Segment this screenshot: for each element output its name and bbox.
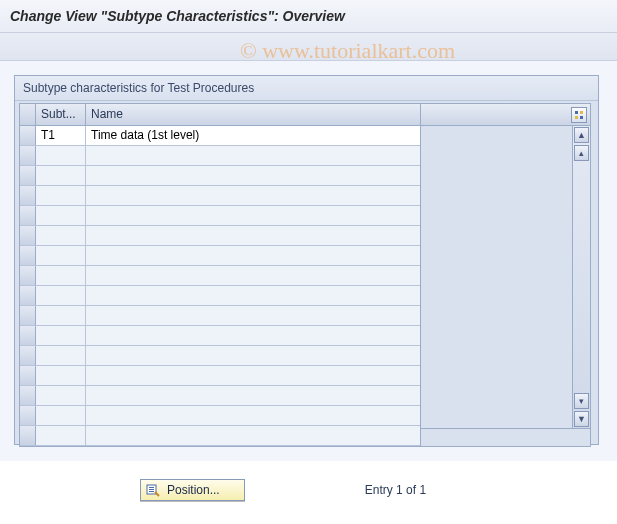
row-selector[interactable] <box>20 346 36 365</box>
svg-rect-6 <box>149 489 154 490</box>
table-row[interactable] <box>20 386 420 406</box>
row-selector[interactable] <box>20 306 36 325</box>
cell-name[interactable] <box>86 186 420 205</box>
table-row[interactable] <box>20 186 420 206</box>
cell-subtype[interactable] <box>36 186 86 205</box>
cell-name[interactable] <box>86 286 420 305</box>
col-select-all[interactable] <box>20 104 36 125</box>
table-right-gutter: ▲ ▴ ▾ ▼ <box>421 103 591 447</box>
table-row[interactable] <box>20 426 420 446</box>
cell-name[interactable] <box>86 406 420 425</box>
cell-name[interactable] <box>86 206 420 225</box>
work-area: Subtype characteristics for Test Procedu… <box>0 61 617 461</box>
table-row[interactable] <box>20 366 420 386</box>
cell-subtype[interactable] <box>36 166 86 185</box>
cell-name[interactable] <box>86 146 420 165</box>
col-header-name[interactable]: Name <box>86 104 420 125</box>
table-body: T1Time data (1st level) <box>20 126 420 446</box>
cell-name[interactable] <box>86 246 420 265</box>
position-button[interactable]: Position... <box>140 479 245 501</box>
col-header-subtype[interactable]: Subt... <box>36 104 86 125</box>
row-selector[interactable] <box>20 366 36 385</box>
scroll-down-step-icon[interactable]: ▾ <box>574 393 589 409</box>
scrollbar-track[interactable] <box>573 162 590 392</box>
position-icon <box>145 482 161 498</box>
cell-name[interactable] <box>86 366 420 385</box>
row-selector[interactable] <box>20 406 36 425</box>
cell-subtype[interactable] <box>36 146 86 165</box>
svg-rect-3 <box>580 116 583 119</box>
scroll-down-icon[interactable]: ▼ <box>574 411 589 427</box>
cell-subtype[interactable] <box>36 386 86 405</box>
cell-name[interactable] <box>86 306 420 325</box>
row-selector[interactable] <box>20 426 36 445</box>
svg-rect-5 <box>149 487 154 488</box>
application-toolbar <box>0 33 617 61</box>
row-selector[interactable] <box>20 386 36 405</box>
svg-rect-7 <box>149 491 154 492</box>
row-selector[interactable] <box>20 326 36 345</box>
row-selector[interactable] <box>20 246 36 265</box>
vertical-scrollbar[interactable]: ▲ ▴ ▾ ▼ <box>572 126 590 428</box>
cell-subtype[interactable] <box>36 206 86 225</box>
cell-subtype[interactable] <box>36 246 86 265</box>
cell-subtype[interactable] <box>36 406 86 425</box>
svg-rect-1 <box>580 111 583 114</box>
table-row[interactable] <box>20 246 420 266</box>
row-selector[interactable] <box>20 226 36 245</box>
scroll-up-icon[interactable]: ▲ <box>574 127 589 143</box>
row-selector[interactable] <box>20 186 36 205</box>
cell-name[interactable] <box>86 326 420 345</box>
svg-rect-2 <box>575 116 578 119</box>
cell-subtype[interactable] <box>36 266 86 285</box>
table-row[interactable] <box>20 146 420 166</box>
table-row[interactable]: T1Time data (1st level) <box>20 126 420 146</box>
cell-name[interactable] <box>86 266 420 285</box>
cell-name[interactable] <box>86 346 420 365</box>
subtype-table[interactable]: Subt... Name T1Time data (1st level) <box>19 103 421 447</box>
entry-counter: Entry 1 of 1 <box>365 483 426 497</box>
cell-subtype[interactable] <box>36 226 86 245</box>
table-row[interactable] <box>20 286 420 306</box>
row-selector[interactable] <box>20 286 36 305</box>
table-row[interactable] <box>20 226 420 246</box>
cell-name[interactable] <box>86 166 420 185</box>
table-row[interactable] <box>20 346 420 366</box>
cell-subtype[interactable] <box>36 326 86 345</box>
table-row[interactable] <box>20 326 420 346</box>
row-selector[interactable] <box>20 206 36 225</box>
cell-subtype[interactable]: T1 <box>36 126 86 145</box>
svg-rect-0 <box>575 111 578 114</box>
cell-name[interactable] <box>86 226 420 245</box>
position-button-label: Position... <box>167 483 220 497</box>
table-row[interactable] <box>20 266 420 286</box>
cell-subtype[interactable] <box>36 286 86 305</box>
table-settings-icon[interactable] <box>571 107 587 123</box>
cell-name[interactable] <box>86 386 420 405</box>
cell-subtype[interactable] <box>36 426 86 445</box>
cell-subtype[interactable] <box>36 306 86 325</box>
row-selector[interactable] <box>20 166 36 185</box>
table-header-row: Subt... Name <box>20 104 420 126</box>
scroll-up-step-icon[interactable]: ▴ <box>574 145 589 161</box>
cell-subtype[interactable] <box>36 346 86 365</box>
table-row[interactable] <box>20 406 420 426</box>
footer-bar: Position... Entry 1 of 1 <box>0 461 617 519</box>
cell-name[interactable] <box>86 426 420 445</box>
row-selector[interactable] <box>20 146 36 165</box>
cell-subtype[interactable] <box>36 366 86 385</box>
table-row[interactable] <box>20 166 420 186</box>
panel-heading: Subtype characteristics for Test Procedu… <box>15 76 598 101</box>
row-selector[interactable] <box>20 126 36 145</box>
table-row[interactable] <box>20 206 420 226</box>
cell-name[interactable]: Time data (1st level) <box>86 126 420 145</box>
row-selector[interactable] <box>20 266 36 285</box>
page-title: Change View "Subtype Characteristics": O… <box>0 0 617 33</box>
table-row[interactable] <box>20 306 420 326</box>
subtype-panel: Subtype characteristics for Test Procedu… <box>14 75 599 445</box>
